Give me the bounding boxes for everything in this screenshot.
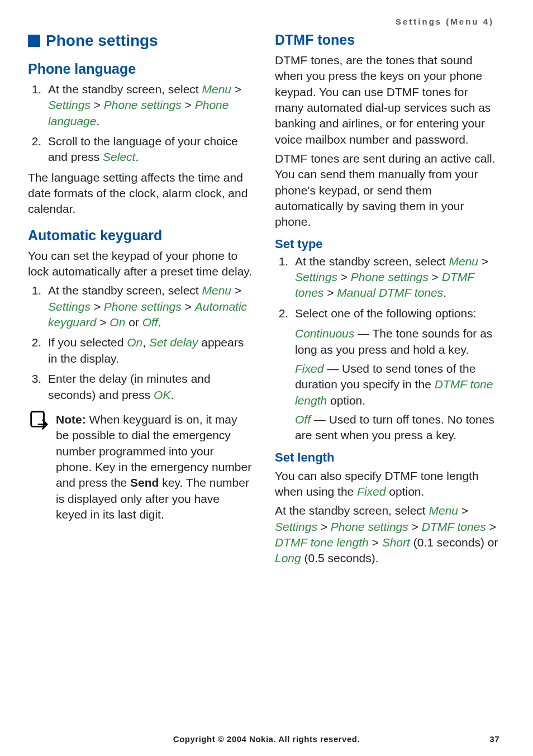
text: At the standby screen, select	[48, 83, 202, 96]
text: >	[91, 300, 104, 313]
menu-path: Phone settings	[104, 98, 182, 111]
set-type-steps: At the standby screen, select Menu > Set…	[275, 254, 499, 321]
text: >	[337, 270, 351, 283]
sub-subsection-set-length: Set length	[275, 450, 499, 465]
text: At the standby screen, select	[275, 504, 429, 517]
list-item: Enter the delay (in minutes and seconds)…	[45, 371, 253, 403]
menu-path: Settings	[48, 300, 91, 313]
section-title-row: Phone settings	[28, 32, 253, 50]
subsection-dtmf-tones: DTMF tones	[275, 32, 499, 48]
text: >	[369, 536, 382, 549]
text: Scroll to the language of your choice an…	[48, 135, 238, 163]
option-name: Fixed	[295, 362, 323, 375]
menu-path: Menu	[429, 504, 458, 517]
menu-path: Menu	[449, 255, 478, 268]
list-item: At the standby screen, select Menu > Set…	[292, 254, 499, 301]
text: (0.5 seconds).	[301, 551, 379, 564]
menu-path: OK	[154, 388, 170, 401]
text: Enter the delay (in minutes and seconds)…	[48, 372, 211, 401]
menu-path: On	[110, 316, 125, 329]
paragraph: The language setting affects the time an…	[28, 170, 253, 217]
text: ,	[142, 336, 149, 349]
menu-path: Menu	[202, 83, 231, 96]
menu-path: Phone settings	[351, 270, 429, 283]
text: >	[458, 504, 468, 517]
list-item: At the standby screen, select Menu > Set…	[45, 82, 253, 129]
menu-path: Manual DTMF tones	[337, 286, 443, 299]
text: .	[158, 316, 161, 329]
text: >	[429, 270, 442, 283]
left-column: Phone settings Phone language At the sta…	[28, 32, 253, 570]
copyright-text: Copyright © 2004 Nokia. All rights reser…	[173, 734, 360, 744]
text: >	[408, 520, 422, 533]
paragraph: Fixed — Used to send tones of the durati…	[295, 361, 499, 408]
list-item: At the standby screen, select Menu > Set…	[45, 283, 253, 330]
menu-path: Short	[382, 536, 410, 549]
text: or	[125, 316, 142, 329]
text: >	[96, 316, 110, 329]
option-name: Continuous	[295, 327, 354, 340]
phone-language-steps: At the standby screen, select Menu > Set…	[28, 82, 253, 165]
text: .	[135, 150, 139, 163]
menu-path: Phone settings	[331, 520, 408, 533]
paragraph: Off — Used to turn off tones. No tones a…	[295, 412, 499, 444]
paragraph: You can also specify DTMF tone length wh…	[275, 468, 499, 500]
menu-path: Set delay	[149, 336, 198, 349]
text: .	[96, 115, 99, 127]
text: Send	[130, 476, 159, 489]
paragraph: At the standby screen, select Menu > Set…	[275, 503, 499, 566]
menu-path: Phone settings	[104, 300, 182, 313]
text: .	[170, 388, 174, 401]
text: If you selected	[48, 336, 127, 349]
text: At the standby screen, select	[48, 284, 202, 297]
content-columns: Phone settings Phone language At the sta…	[28, 32, 499, 570]
keyguard-steps: At the standby screen, select Menu > Set…	[28, 283, 253, 402]
paragraph: DTMF tones, are the tones that sound whe…	[275, 53, 499, 148]
page-footer: Copyright © 2004 Nokia. All rights reser…	[0, 734, 533, 744]
text: >	[317, 520, 331, 533]
list-item: Scroll to the language of your choice an…	[45, 134, 253, 165]
paragraph: Continuous — The tone sounds for as long…	[295, 326, 499, 358]
text: — Used to turn off tones. No tones are s…	[295, 413, 494, 441]
note-label: Note:	[56, 413, 86, 426]
menu-path: Settings	[275, 520, 317, 533]
paragraph: Note: When keyguard is on, it may be pos…	[56, 412, 253, 522]
subsection-phone-language: Phone language	[28, 61, 253, 77]
list-item: Select one of the following options:	[292, 306, 499, 321]
right-column: DTMF tones DTMF tones, are the tones tha…	[275, 32, 499, 570]
options-block: Continuous — The tone sounds for as long…	[275, 326, 499, 443]
menu-path: DTMF tones	[422, 520, 486, 533]
paragraph: DTMF tones are sent during an active cal…	[275, 151, 499, 230]
text: >	[182, 98, 195, 111]
menu-path: On	[127, 336, 142, 349]
text: >	[91, 98, 104, 111]
note-text: Note: When keyguard is on, it may be pos…	[56, 408, 253, 526]
page-number: 37	[489, 734, 499, 744]
text: >	[231, 284, 241, 297]
note-block: Note: When keyguard is on, it may be pos…	[28, 408, 253, 526]
square-bullet-icon	[28, 35, 40, 47]
text: (0.1 seconds) or	[410, 536, 498, 549]
text: option.	[386, 485, 424, 498]
menu-path: Menu	[202, 284, 231, 297]
text: >	[182, 300, 195, 313]
paragraph: You can set the keypad of your phone to …	[28, 248, 253, 280]
menu-path: Settings	[48, 98, 91, 111]
section-title: Phone settings	[46, 32, 158, 50]
menu-path: Select	[103, 150, 135, 163]
menu-path: Fixed	[357, 485, 386, 498]
menu-path: Long	[275, 551, 301, 564]
list-item: If you selected On, Set delay appears in…	[45, 335, 253, 367]
text: At the standby screen, select	[295, 255, 449, 268]
text: >	[231, 83, 241, 96]
text: >	[323, 286, 337, 299]
subsection-automatic-keyguard: Automatic keyguard	[28, 227, 253, 244]
text: >	[486, 520, 496, 533]
text: .	[443, 286, 446, 299]
text: >	[478, 255, 488, 268]
text: option.	[327, 394, 365, 407]
page-header: Settings (Menu 4)	[28, 17, 499, 32]
sub-subsection-set-type: Set type	[275, 237, 499, 251]
menu-path: Settings	[295, 270, 337, 283]
menu-path: DTMF tone length	[275, 536, 369, 549]
